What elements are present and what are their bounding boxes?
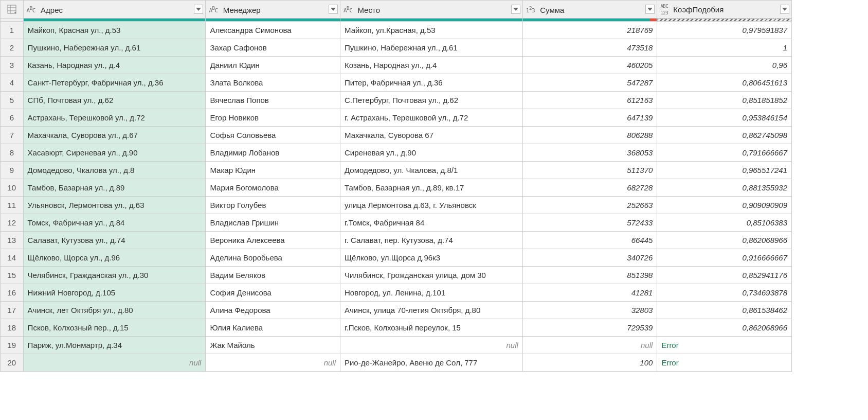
select-all-corner[interactable] [1, 1, 24, 19]
cell[interactable]: 0,979591837 [657, 22, 792, 39]
table-row[interactable]: 3Казань, Народная ул., д.4Даниил ЮдинКоз… [1, 57, 792, 74]
cell[interactable]: 41281 [522, 284, 657, 302]
cell[interactable]: 0,852941176 [657, 267, 792, 284]
cell[interactable]: Владимир Лобанов [206, 144, 340, 162]
row-number[interactable]: 8 [1, 144, 24, 162]
cell[interactable]: 0,916666667 [657, 249, 792, 267]
cell[interactable]: Вадим Беляков [206, 267, 340, 284]
cell[interactable]: 0,85106383 [657, 214, 792, 232]
cell[interactable]: 252663 [522, 197, 657, 214]
cell[interactable]: 0,953846154 [657, 109, 792, 127]
column-header-manager[interactable]: ABC Менеджер [206, 1, 340, 19]
cell[interactable]: null [522, 337, 657, 354]
cell[interactable]: Даниил Юдин [206, 57, 340, 74]
cell[interactable]: 851398 [522, 267, 657, 284]
cell[interactable]: Домодедово, ул. Чкалова, д.8/1 [340, 162, 522, 179]
cell[interactable]: 0,861538462 [657, 302, 792, 319]
table-row[interactable]: 2Пушкино, Набережная ул., д.61Захар Сафо… [1, 39, 792, 57]
table-row[interactable]: 10Тамбов, Базарная ул., д.89Мария Богомо… [1, 179, 792, 197]
cell[interactable]: 572433 [522, 214, 657, 232]
cell[interactable]: Пушкино, Набережная ул., д.61 [340, 39, 522, 57]
cell[interactable]: 1 [657, 39, 792, 57]
cell[interactable]: Ачинск, лет Октября ул., д.80 [23, 302, 206, 319]
cell[interactable]: Астрахань, Терешковой ул., д.72 [23, 109, 206, 127]
cell[interactable]: Аделина Воробьева [206, 249, 340, 267]
row-number[interactable]: 11 [1, 197, 24, 214]
cell[interactable]: Санкт-Петербург, Фабричная ул., д.36 [23, 74, 206, 92]
cell[interactable]: Error [657, 354, 792, 372]
column-header-coef[interactable]: ABC123 КоэфПодобия [657, 1, 792, 19]
cell[interactable]: 0,909090909 [657, 197, 792, 214]
cell[interactable]: 0,806451613 [657, 74, 792, 92]
table-row[interactable]: 20nullnullРио-де-Жанейро, Авеню де Сол, … [1, 354, 792, 372]
table-row[interactable]: 15Челябинск, Гражданская ул., д.30Вадим … [1, 267, 792, 284]
cell[interactable]: Нижний Новгород, д.105 [23, 284, 206, 302]
cell[interactable]: Захар Сафонов [206, 39, 340, 57]
row-number[interactable]: 18 [1, 319, 24, 337]
cell[interactable]: 66445 [522, 232, 657, 249]
cell[interactable]: Владислав Гришин [206, 214, 340, 232]
cell[interactable]: Ульяновск, Лермонтова ул., д.63 [23, 197, 206, 214]
row-number[interactable]: 13 [1, 232, 24, 249]
cell[interactable]: 729539 [522, 319, 657, 337]
cell[interactable]: 100 [522, 354, 657, 372]
row-number[interactable]: 14 [1, 249, 24, 267]
cell[interactable]: 0,791666667 [657, 144, 792, 162]
cell[interactable]: г. Астрахань, Терешковой ул., д.72 [340, 109, 522, 127]
cell[interactable]: null [23, 354, 206, 372]
table-row[interactable]: 13Салават, Кутузова ул., д.74Вероника Ал… [1, 232, 792, 249]
cell[interactable]: 682728 [522, 179, 657, 197]
cell[interactable]: Махачкала, Суворова 67 [340, 127, 522, 144]
cell[interactable]: Вячеслав Попов [206, 92, 340, 109]
cell[interactable]: улица Лермонтова д.63, г. Ульяновск [340, 197, 522, 214]
cell[interactable]: 511370 [522, 162, 657, 179]
cell[interactable]: Тамбов, Базарная ул., д.89 [23, 179, 206, 197]
cell[interactable]: null [340, 337, 522, 354]
row-number[interactable]: 3 [1, 57, 24, 74]
cell[interactable]: Александра Симонова [206, 22, 340, 39]
cell[interactable]: Злата Волкова [206, 74, 340, 92]
cell[interactable]: Пушкино, Набережная ул., д.61 [23, 39, 206, 57]
table-row[interactable]: 12Томск, Фабричная ул., д.84Владислав Гр… [1, 214, 792, 232]
cell[interactable]: Майкоп, Красная ул., д.53 [23, 22, 206, 39]
table-row[interactable]: 6Астрахань, Терешковой ул., д.72Егор Нов… [1, 109, 792, 127]
cell[interactable]: г.Томск, Фабричная 84 [340, 214, 522, 232]
cell[interactable]: 547287 [522, 74, 657, 92]
row-number[interactable]: 2 [1, 39, 24, 57]
cell[interactable]: Чилябинск, Грожданская улица, дом 30 [340, 267, 522, 284]
filter-button[interactable] [511, 5, 520, 14]
cell[interactable]: 0,851851852 [657, 92, 792, 109]
table-row[interactable]: 16Нижний Новгород, д.105София ДенисоваНо… [1, 284, 792, 302]
cell[interactable]: Домодедово, Чкалова ул., д.8 [23, 162, 206, 179]
column-header-place[interactable]: ABC Место [340, 1, 522, 19]
cell[interactable]: Вероника Алексеева [206, 232, 340, 249]
cell[interactable]: Щёлково, Щорса ул., д.96 [23, 249, 206, 267]
cell[interactable]: 0,862068966 [657, 319, 792, 337]
filter-button[interactable] [645, 5, 655, 14]
cell[interactable]: Ачинск, улица 70-летия Октября, д.80 [340, 302, 522, 319]
cell[interactable]: Виктор Голубев [206, 197, 340, 214]
table-row[interactable]: 9Домодедово, Чкалова ул., д.8Макар ЮдинД… [1, 162, 792, 179]
table-row[interactable]: 1Майкоп, Красная ул., д.53Александра Сим… [1, 22, 792, 39]
cell[interactable]: 340726 [522, 249, 657, 267]
table-row[interactable]: 4Санкт-Петербург, Фабричная ул., д.36Зла… [1, 74, 792, 92]
cell[interactable]: 0,734693878 [657, 284, 792, 302]
cell[interactable]: 806288 [522, 127, 657, 144]
row-number[interactable]: 4 [1, 74, 24, 92]
cell[interactable]: null [206, 354, 340, 372]
filter-button[interactable] [780, 5, 789, 14]
cell[interactable]: 0,96 [657, 57, 792, 74]
cell[interactable]: Хасавюрт, Сиреневая ул., д.90 [23, 144, 206, 162]
table-row[interactable]: 5СПб, Почтовая ул., д.62Вячеслав ПоповС.… [1, 92, 792, 109]
cell[interactable]: Макар Юдин [206, 162, 340, 179]
cell[interactable]: г. Салават, пер. Кутузова, д.74 [340, 232, 522, 249]
cell[interactable]: Алина Федорова [206, 302, 340, 319]
row-number[interactable]: 15 [1, 267, 24, 284]
row-number[interactable]: 6 [1, 109, 24, 127]
cell[interactable]: Челябинск, Гражданская ул., д.30 [23, 267, 206, 284]
cell[interactable]: 460205 [522, 57, 657, 74]
cell[interactable]: 0,965517241 [657, 162, 792, 179]
cell[interactable]: Майкоп, ул.Красная, д.53 [340, 22, 522, 39]
cell[interactable]: 368053 [522, 144, 657, 162]
table-row[interactable]: 14Щёлково, Щорса ул., д.96Аделина Воробь… [1, 249, 792, 267]
